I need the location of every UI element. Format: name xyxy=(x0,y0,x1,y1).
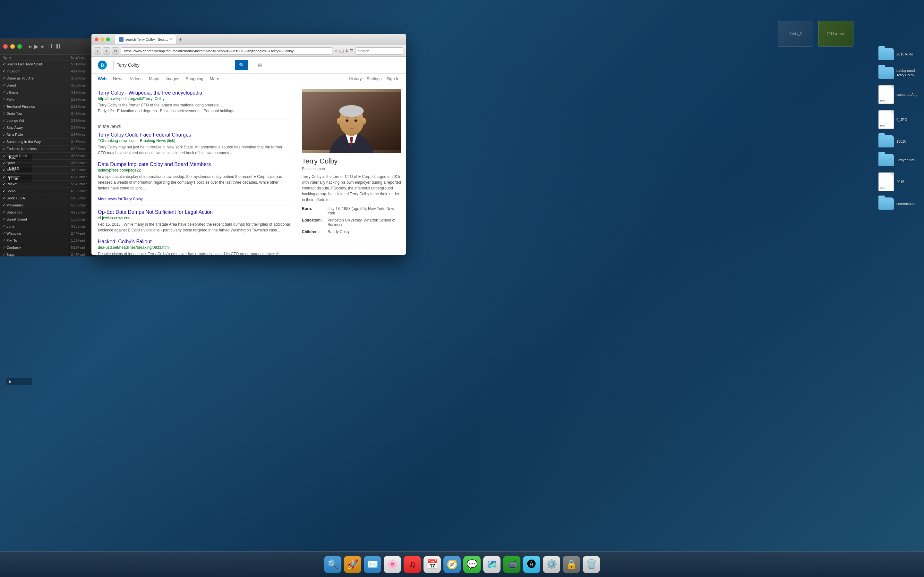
browser-maximize-btn[interactable] xyxy=(106,37,110,41)
dock-facetime[interactable]: 📹 xyxy=(503,556,520,573)
itunes-forward-btn[interactable]: ⏭ xyxy=(40,44,45,49)
result-url-wikipedia: http://en.wikipedia.org/wiki/Terry_Colby xyxy=(98,97,290,101)
browser-content: B 🔍 ⊞ Web News Videos Maps Images Shoppi… xyxy=(91,57,406,255)
track-row[interactable]: ✓ Smells Like Teen Spirit5:01Nirvan xyxy=(0,61,96,68)
tab-news[interactable]: News xyxy=(113,74,124,84)
track-row[interactable]: ✓ Lounge Act2:36Nirvan xyxy=(0,117,96,124)
svg-point-6 xyxy=(339,105,363,117)
search-submit-btn[interactable]: 🔍 xyxy=(235,60,248,70)
results-main: Terry Colby - Wikipedia, the free encycl… xyxy=(91,84,297,255)
tab-shopping[interactable]: Shopping xyxy=(186,74,204,84)
tab-bar: search Terry Colby - Sea.... × + xyxy=(115,35,184,44)
itunes-close-btn[interactable] xyxy=(3,44,8,49)
forward-btn[interactable]: › xyxy=(103,47,110,55)
folder-background[interactable] xyxy=(879,67,894,79)
result-desc-hacked: Despite claims of innocence, Terry Colby… xyxy=(98,251,290,255)
dock-appstore[interactable]: 🅐 xyxy=(523,556,540,573)
file-jpg2[interactable]: JPG xyxy=(879,110,894,129)
thumbnail-family[interactable]: family_0 xyxy=(778,21,813,47)
dock-calendar[interactable]: 📅 xyxy=(423,556,441,573)
dock-trash[interactable]: 🗑️ xyxy=(583,556,600,573)
result-item-charges: Terry Colby Could Face Federal Charges T… xyxy=(98,132,290,156)
thumbnail-2014photos[interactable]: 2014 photos xyxy=(818,21,853,47)
bing-logo: B xyxy=(98,61,107,69)
folder-screenshots[interactable] xyxy=(879,197,894,210)
bookmark-icon[interactable]: ☆ xyxy=(334,49,338,53)
dock-photos[interactable]: 🌸 xyxy=(384,556,401,573)
nav-search-input[interactable] xyxy=(355,47,403,55)
tab-videos[interactable]: Videos xyxy=(130,74,143,84)
tab-history[interactable]: History xyxy=(349,74,362,84)
track-row[interactable]: ✓ On a Plain3:16Nirvan xyxy=(0,131,96,139)
track-row[interactable]: ✓ Stay Away3:32Nirvan xyxy=(0,124,96,131)
tab-sign-in[interactable]: Sign In xyxy=(387,74,399,84)
track-row[interactable]: ✓ Drain You3:43Nirvan xyxy=(0,110,96,117)
reader-icon[interactable]: 📖 xyxy=(339,49,344,53)
track-row[interactable]: ✓ Polly2:57Nirvan xyxy=(0,96,96,103)
knowledge-panel: Terry Colby Businessman Terry Colby is t… xyxy=(297,84,406,255)
file-label-jpg1: cassettesAng xyxy=(897,93,918,97)
folder-row-file2: JPG 0_JPG xyxy=(879,110,918,129)
folder-2015todo[interactable] xyxy=(879,48,894,60)
browser-close-btn[interactable] xyxy=(95,37,99,41)
file-jpg1[interactable]: JPG xyxy=(879,85,894,104)
kp-summary: Terry Colby is the former CTO of E Corp,… xyxy=(302,174,401,203)
search-input[interactable] xyxy=(113,60,235,70)
track-row[interactable]: ✓ Territorial Pissings2:22Nirvan xyxy=(0,103,96,110)
track-row[interactable]: ✓ Come as You Are3:39Nirvan xyxy=(0,75,96,82)
tab-settings[interactable]: Settings xyxy=(367,74,382,84)
folder-15010[interactable] xyxy=(879,135,894,147)
dock-launchpad[interactable]: 🚀 xyxy=(344,556,361,573)
settings-icon[interactable]: ☰ xyxy=(350,49,353,53)
result-title-hacked[interactable]: Hacked: Colby's Fallout xyxy=(98,239,290,245)
dock-safari[interactable]: 🧭 xyxy=(443,556,461,573)
dock-messages[interactable]: 💬 xyxy=(463,556,481,573)
desktop-folders: 2015 to do backgroundTerry Colby JPG cas… xyxy=(879,48,918,210)
sidebar-item-boa: Boa xyxy=(6,154,32,161)
dock-maps[interactable]: 🗺️ xyxy=(483,556,501,573)
itunes-minimize-btn[interactable] xyxy=(10,44,15,49)
col-time-header: Time xyxy=(66,56,78,59)
tab-maps[interactable]: Maps xyxy=(149,74,159,84)
url-bar[interactable] xyxy=(121,47,333,55)
result-desc-wikipedia: Terry Colby is the former CTO of the lar… xyxy=(98,102,290,114)
reload-btn[interactable]: ↻ xyxy=(112,47,119,55)
dock-systemprefs[interactable]: ⚙️ xyxy=(543,556,560,573)
result-title-charges[interactable]: Terry Colby Could Face Federal Charges xyxy=(98,132,290,138)
track-row[interactable]: ✓ Endless, Nameless8:30Nirvan xyxy=(0,145,96,153)
dock-mail[interactable]: ✉️ xyxy=(364,556,381,573)
new-tab-btn[interactable]: + xyxy=(177,37,184,42)
apps-icon[interactable]: ⊞ xyxy=(258,62,262,68)
dock-itunes[interactable]: ♫ xyxy=(404,556,421,573)
dock-security[interactable]: 🔒 xyxy=(563,556,580,573)
itunes-volume-slider[interactable]: ▏▏▏▌▌ xyxy=(49,44,61,48)
back-btn[interactable]: ‹ xyxy=(94,47,101,55)
itunes-rewind-btn[interactable]: ⏮ xyxy=(27,44,32,49)
download-icon[interactable]: ⬇ xyxy=(345,49,349,53)
tab-label: search Terry Colby - Sea.... xyxy=(126,37,168,41)
itunes-maximize-btn[interactable] xyxy=(17,44,22,49)
svg-point-7 xyxy=(346,119,349,122)
track-row[interactable]: ✓ Breed3:03Nirvan xyxy=(0,82,96,89)
kp-education: Education: Princeton University, Wharton… xyxy=(302,218,401,227)
itunes-play-btn[interactable]: ▶ xyxy=(34,43,39,50)
file-2015[interactable]: JPG xyxy=(879,172,894,191)
more-news-link[interactable]: More news for Terry Colby xyxy=(98,197,290,201)
tab-close-btn[interactable]: × xyxy=(170,37,172,41)
track-row[interactable]: ✓ In Bloom4:14Nirvan xyxy=(0,68,96,75)
tab-images[interactable]: Images xyxy=(166,74,179,84)
result-title-wikipedia[interactable]: Terry Colby - Wikipedia, the free encycl… xyxy=(98,90,290,96)
tab-more[interactable]: More xyxy=(210,74,220,84)
kp-name: Terry Colby xyxy=(302,157,401,165)
folder-lawyer-info[interactable] xyxy=(879,154,894,166)
browser-tab-active[interactable]: search Terry Colby - Sea.... × xyxy=(115,35,176,44)
track-row[interactable]: ✓ Lithium4:17Nirvan xyxy=(0,89,96,96)
result-title-oped[interactable]: Op-Ed: Data Dumps Not Sufficient for Leg… xyxy=(98,210,290,215)
track-row[interactable]: ✓ Something in the Way3:48Nirvan xyxy=(0,139,96,145)
tab-web[interactable]: Web xyxy=(98,74,107,84)
browser-minimize-btn[interactable] xyxy=(100,37,104,41)
result-title-datadumps[interactable]: Data Dumps Implicate Colby and Board Mem… xyxy=(98,161,290,167)
dock-finder[interactable]: 🔍 xyxy=(324,556,341,573)
result-desc-oped: Feb 15, 2015 · While many in the Tristat… xyxy=(98,221,290,233)
result-item-hacked: Hacked: Colby's Fallout dea-usd.net/head… xyxy=(98,239,290,255)
